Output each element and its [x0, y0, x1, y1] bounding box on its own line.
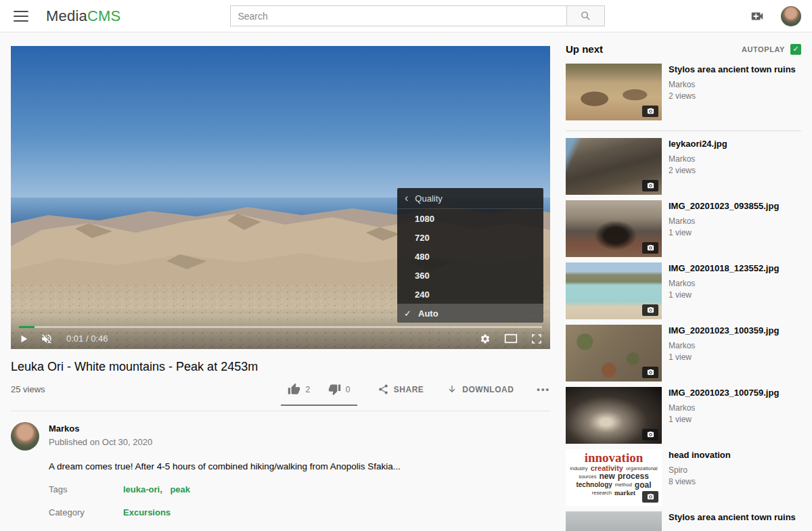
dislike-button[interactable]: 0 — [328, 383, 351, 396]
top-bar: MediaCMS — [0, 0, 812, 32]
camera-badge — [642, 106, 658, 117]
logo-media: Media — [46, 7, 87, 24]
theater-mode-icon — [504, 333, 518, 344]
item-author: Spiro — [669, 465, 731, 475]
media-description: A dream comes true! After 4-5 hours of c… — [49, 461, 550, 471]
up-next-item[interactable]: IMG_20201018_123552.jpg Markos 1 view — [566, 262, 801, 319]
play-icon — [19, 334, 28, 344]
author-row: Markos Published on Oct 30, 2020 — [11, 422, 550, 451]
item-title: IMG_20201023_093855.jpg — [669, 201, 779, 212]
up-next-item[interactable]: Stylos area ancient town ruins Markos 2 … — [566, 64, 801, 120]
search-input[interactable] — [230, 5, 566, 26]
media-title: Leuka Ori - White mountains - Peak at 24… — [11, 360, 550, 374]
item-author: Markos — [669, 154, 727, 164]
item-author: Markos — [669, 279, 779, 288]
item-author: Markos — [669, 80, 796, 89]
up-next-divider — [566, 131, 801, 131]
tags-label: Tags — [49, 484, 123, 494]
item-author: Markos — [669, 216, 779, 226]
like-button[interactable]: 2 — [288, 383, 310, 396]
like-count: 2 — [305, 385, 310, 394]
up-next-item[interactable]: IMG_20201023_100759.jpg Markos 1 view — [566, 387, 801, 444]
fullscreen-button[interactable] — [531, 333, 542, 344]
item-views: 1 view — [669, 352, 779, 362]
up-next-item[interactable]: Stylos area ancient town ruins — [566, 511, 801, 531]
item-views: 1 view — [669, 290, 779, 300]
share-icon — [378, 384, 389, 395]
download-label: DOWNLOAD — [462, 385, 514, 394]
gear-icon — [480, 333, 491, 344]
upload-media-button[interactable] — [750, 9, 765, 24]
hamburger-icon — [14, 11, 28, 12]
quality-option-1080[interactable]: 1080 — [397, 209, 543, 228]
category-link-excursions[interactable]: Excursions — [123, 507, 171, 517]
mute-button[interactable] — [41, 333, 53, 345]
item-title: IMG_20201018_123552.jpg — [669, 263, 779, 274]
video-player[interactable]: ‹ Quality 1080 720 480 360 240 — [11, 46, 550, 349]
thumb-down-icon — [328, 383, 341, 396]
up-next-item[interactable]: innovation industry creativity organizat… — [566, 449, 801, 506]
camera-badge — [642, 367, 658, 378]
search-button[interactable] — [566, 5, 605, 26]
up-next-item[interactable]: IMG_20201023_093855.jpg Markos 1 view — [566, 200, 801, 257]
view-count: 25 views — [11, 384, 45, 394]
item-title: leykaori24.jpg — [669, 139, 727, 149]
thumbnail-img-093855 — [566, 200, 662, 257]
download-icon — [447, 384, 457, 395]
up-next-item[interactable]: IMG_20201023_100359.jpg Markos 1 view — [566, 325, 801, 382]
autoplay-checkbox[interactable]: ✓ — [790, 44, 801, 55]
logo[interactable]: MediaCMS — [46, 7, 120, 25]
user-avatar[interactable] — [781, 6, 801, 26]
tag-link-peak[interactable]: peak — [170, 484, 190, 494]
settings-button[interactable] — [480, 333, 491, 344]
video-camera-plus-icon — [750, 9, 765, 24]
quality-option-360[interactable]: 360 — [397, 266, 543, 285]
item-title: IMG_20201023_100359.jpg — [669, 325, 779, 336]
quality-menu-title: Quality — [415, 193, 442, 204]
camera-badge — [642, 429, 658, 440]
camera-badge — [642, 180, 658, 191]
quality-option-auto-selected[interactable]: ✓ Auto — [397, 304, 543, 323]
item-views: 2 views — [669, 91, 796, 101]
up-next-item[interactable]: leykaori24.jpg Markos 2 views — [566, 138, 801, 195]
share-label: SHARE — [394, 385, 424, 394]
quality-option-240[interactable]: 240 — [397, 285, 543, 304]
page-content: ‹ Quality 1080 720 480 360 240 — [0, 32, 812, 531]
quality-menu: ‹ Quality 1080 720 480 360 240 — [397, 188, 543, 323]
quality-option-480[interactable]: 480 — [397, 247, 543, 266]
thumb-up-icon — [288, 383, 300, 396]
thumbnail-stylos-misty — [566, 511, 662, 531]
search-icon — [580, 10, 591, 22]
tag-link-leuka-ori[interactable]: leuka-ori, — [123, 484, 162, 494]
camera-badge — [642, 304, 658, 316]
thumbnail-img-100759 — [566, 387, 662, 444]
checkmark-icon: ✓ — [404, 308, 414, 319]
author-avatar[interactable] — [11, 422, 39, 451]
menu-button[interactable] — [14, 11, 28, 22]
autoplay-label: AUTOPLAY — [742, 45, 785, 53]
download-button[interactable]: DOWNLOAD — [447, 384, 514, 395]
play-button[interactable] — [19, 334, 28, 344]
watch-column: ‹ Quality 1080 720 480 360 240 — [11, 46, 550, 531]
quality-option-720[interactable]: 720 — [397, 228, 543, 247]
item-title: Stylos area ancient town ruins — [669, 64, 796, 75]
theater-mode-button[interactable] — [504, 333, 518, 344]
author-name[interactable]: Markos — [49, 423, 152, 434]
time-display: 0:01 / 0:46 — [66, 333, 108, 344]
up-next-heading: Up next — [566, 43, 603, 55]
item-title: Stylos area ancient town ruins — [669, 512, 796, 523]
more-actions-button[interactable]: ••• — [537, 384, 550, 394]
thumbnail-stylos-ruins — [566, 64, 662, 120]
category-row: Category Excursions — [49, 507, 550, 517]
meta-row: 25 views 2 — [11, 383, 550, 396]
thumbnail-leykaori24 — [566, 138, 662, 195]
tags-row: Tags leuka-ori, peak — [49, 484, 550, 494]
quality-menu-back[interactable]: ‹ Quality — [397, 188, 543, 209]
item-title: head inovation — [669, 450, 731, 461]
up-next-sidebar: Up next AUTOPLAY ✓ Stylos area ancient t… — [566, 46, 801, 531]
search-form — [230, 5, 605, 26]
thumbnail-img-123552 — [566, 262, 662, 319]
item-views: 8 views — [669, 477, 731, 486]
share-button[interactable]: SHARE — [378, 384, 424, 395]
dislike-count: 0 — [346, 385, 351, 394]
